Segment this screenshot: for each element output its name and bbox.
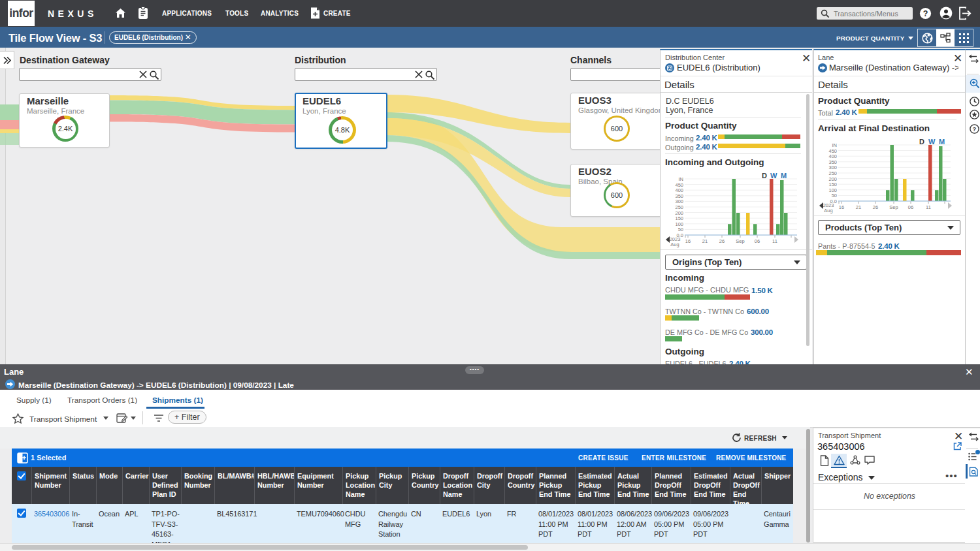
svg-text:Sep: Sep bbox=[736, 238, 744, 244]
svg-text:Aug: Aug bbox=[824, 208, 832, 213]
svg-text:26: 26 bbox=[719, 238, 725, 244]
svg-text:16: 16 bbox=[685, 238, 691, 244]
svg-text:21: 21 bbox=[702, 238, 708, 244]
svg-text:21: 21 bbox=[856, 204, 861, 210]
svg-text:Sep: Sep bbox=[889, 204, 898, 210]
svg-text:?: ? bbox=[923, 9, 928, 18]
svg-text:06: 06 bbox=[755, 238, 760, 244]
svg-text:?: ? bbox=[973, 125, 977, 133]
svg-text:11: 11 bbox=[772, 238, 777, 244]
svg-text:26: 26 bbox=[873, 204, 878, 210]
svg-text:16: 16 bbox=[839, 204, 844, 210]
svg-text:11: 11 bbox=[926, 204, 931, 210]
svg-text:Aug: Aug bbox=[670, 242, 679, 247]
svg-text:06: 06 bbox=[908, 204, 913, 210]
